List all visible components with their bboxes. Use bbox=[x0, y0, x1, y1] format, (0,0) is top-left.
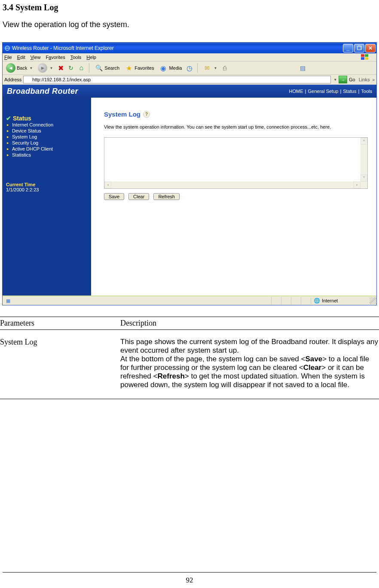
forward-button[interactable]: ► ▼ bbox=[36, 62, 55, 74]
sidebar-header: ✔ Status bbox=[6, 115, 88, 122]
favorites-label: Favorites bbox=[134, 65, 154, 71]
window-title: Wireless Router - Microsoft Internet Exp… bbox=[12, 45, 342, 51]
refresh-button[interactable]: Refresh bbox=[153, 193, 180, 200]
status-bar: ▦ 🌐 Internet bbox=[3, 296, 376, 305]
mail-button[interactable]: ✉ ▼ bbox=[201, 63, 219, 73]
menu-view[interactable]: View bbox=[31, 55, 41, 60]
zone-label: Internet bbox=[322, 298, 338, 303]
sidebar-item-system-log[interactable]: System Log bbox=[6, 134, 88, 140]
maximize-button[interactable]: ❐ bbox=[354, 44, 364, 52]
search-icon: 🔍 bbox=[95, 64, 103, 72]
param-desc: This page shows the current system log o… bbox=[120, 330, 379, 399]
nav-sep: | bbox=[340, 89, 341, 94]
sidebar: ✔ Status Internet Connection Device Stat… bbox=[3, 98, 91, 296]
toolbar-separator bbox=[197, 63, 198, 73]
page-status-icon: ▦ bbox=[4, 297, 12, 304]
svg-rect-1 bbox=[361, 54, 364, 57]
save-button[interactable]: Save bbox=[104, 193, 124, 200]
go-button[interactable]: → bbox=[339, 76, 347, 83]
nav-tools[interactable]: Tools bbox=[361, 89, 372, 94]
nav-general-setup[interactable]: General Setup bbox=[308, 89, 338, 94]
search-label: Search bbox=[104, 65, 119, 71]
scroll-down-icon[interactable]: ▾ bbox=[361, 175, 367, 182]
close-button[interactable]: ✕ bbox=[365, 44, 376, 52]
parameters-table: Parameters Description System Log This p… bbox=[0, 317, 379, 399]
col-description: Description bbox=[120, 317, 379, 330]
dropdown-caret-icon: ▼ bbox=[29, 66, 33, 70]
sidebar-item-security-log[interactable]: Security Log bbox=[6, 140, 88, 146]
page-title: System Log ? bbox=[104, 111, 150, 118]
ie-logo-icon bbox=[4, 45, 10, 51]
stop-icon[interactable]: ✖ bbox=[56, 64, 65, 72]
internet-zone-icon: 🌐 bbox=[314, 298, 320, 304]
sidebar-item-active-dhcp-client[interactable]: Active DHCP Client bbox=[6, 146, 88, 152]
back-label: Back bbox=[17, 65, 27, 71]
window-titlebar: Wireless Router - Microsoft Internet Exp… bbox=[3, 43, 376, 53]
svg-rect-3 bbox=[361, 57, 364, 60]
vertical-scrollbar[interactable]: ▴ ▾ bbox=[361, 138, 367, 182]
intro-text: View the operation log of the system. bbox=[3, 20, 379, 29]
menu-bar: File Edit View Favorites Tools Help bbox=[3, 53, 376, 62]
chevron-icon[interactable]: » bbox=[372, 77, 375, 82]
address-dropdown-icon[interactable]: ▼ bbox=[333, 78, 337, 82]
nav-sep: | bbox=[358, 89, 359, 94]
back-arrow-icon: ◄ bbox=[6, 63, 15, 73]
clear-button[interactable]: Clear bbox=[128, 193, 149, 200]
refresh-icon[interactable]: ↻ bbox=[67, 64, 75, 72]
mail-icon: ✉ bbox=[203, 64, 211, 72]
minimize-button[interactable]: _ bbox=[343, 44, 353, 52]
go-label: Go bbox=[349, 77, 355, 82]
menu-file[interactable]: File bbox=[4, 55, 12, 60]
scroll-up-icon[interactable]: ▴ bbox=[361, 138, 367, 145]
brand-title: Broadband Router bbox=[7, 87, 78, 96]
log-textarea[interactable]: ▴ ▾ ◂ ▸ bbox=[104, 137, 368, 189]
toolbar: ◄ Back ▼ ► ▼ ✖ ↻ ⌂ 🔍 Search ★ Favorites … bbox=[3, 62, 376, 75]
toolbar-separator bbox=[89, 63, 89, 73]
history-icon[interactable]: ◷ bbox=[185, 64, 194, 72]
favorites-star-icon: ★ bbox=[125, 64, 133, 72]
links-label[interactable]: Links bbox=[359, 77, 370, 82]
media-icon: ◉ bbox=[159, 64, 168, 72]
router-header: Broadband Router HOME | General Setup | … bbox=[3, 85, 376, 98]
dropdown-caret-icon: ▼ bbox=[49, 66, 53, 70]
menu-edit[interactable]: Edit bbox=[17, 55, 25, 60]
dropdown-caret-icon: ▼ bbox=[214, 66, 217, 70]
address-bar: Address ▦ ▼ → Go Links » bbox=[3, 75, 376, 85]
current-time-value: 1/1/2000 2:2:23 bbox=[6, 187, 88, 192]
status-cell bbox=[281, 297, 291, 305]
security-zone: 🌐 Internet bbox=[311, 298, 370, 304]
col-parameters: Parameters bbox=[0, 317, 120, 330]
horizontal-scrollbar[interactable]: ◂ ▸ bbox=[104, 182, 361, 188]
router-page: Broadband Router HOME | General Setup | … bbox=[3, 85, 376, 296]
media-button[interactable]: ◉ Media bbox=[157, 63, 183, 73]
favorites-button[interactable]: ★ Favorites bbox=[123, 63, 156, 73]
nav-status[interactable]: Status bbox=[343, 89, 356, 94]
page-description: View the system operation information. Y… bbox=[104, 124, 368, 129]
scroll-left-icon[interactable]: ◂ bbox=[104, 182, 111, 188]
address-input[interactable] bbox=[23, 76, 331, 83]
address-label: Address bbox=[4, 77, 21, 82]
menu-help[interactable]: Help bbox=[86, 55, 96, 60]
sidebar-item-statistics[interactable]: Statistics bbox=[6, 152, 88, 158]
print-icon[interactable]: ⎙ bbox=[220, 64, 229, 72]
param-name: System Log bbox=[0, 330, 120, 399]
footer-rule bbox=[3, 572, 376, 573]
back-button[interactable]: ◄ Back ▼ bbox=[4, 62, 34, 74]
screenshot-container: Wireless Router - Microsoft Internet Exp… bbox=[2, 42, 377, 305]
search-button[interactable]: 🔍 Search bbox=[93, 63, 121, 73]
home-icon[interactable]: ⌂ bbox=[77, 64, 86, 72]
help-icon[interactable]: ? bbox=[143, 111, 150, 118]
svg-rect-2 bbox=[365, 54, 368, 57]
scroll-corner bbox=[361, 182, 367, 188]
check-icon: ✔ bbox=[6, 115, 11, 122]
forward-arrow-icon: ► bbox=[38, 63, 47, 73]
sidebar-item-internet-connection[interactable]: Internet Connection bbox=[6, 122, 88, 128]
menu-favorites[interactable]: Favorites bbox=[46, 55, 65, 60]
sidebar-item-device-status[interactable]: Device Status bbox=[6, 128, 88, 134]
resize-grip-icon[interactable] bbox=[370, 297, 376, 304]
scroll-right-icon[interactable]: ▸ bbox=[354, 182, 361, 188]
media-label: Media bbox=[169, 65, 182, 71]
current-time-label: Current Time bbox=[6, 182, 88, 187]
menu-tools[interactable]: Tools bbox=[70, 55, 82, 60]
status-cell bbox=[271, 297, 281, 305]
